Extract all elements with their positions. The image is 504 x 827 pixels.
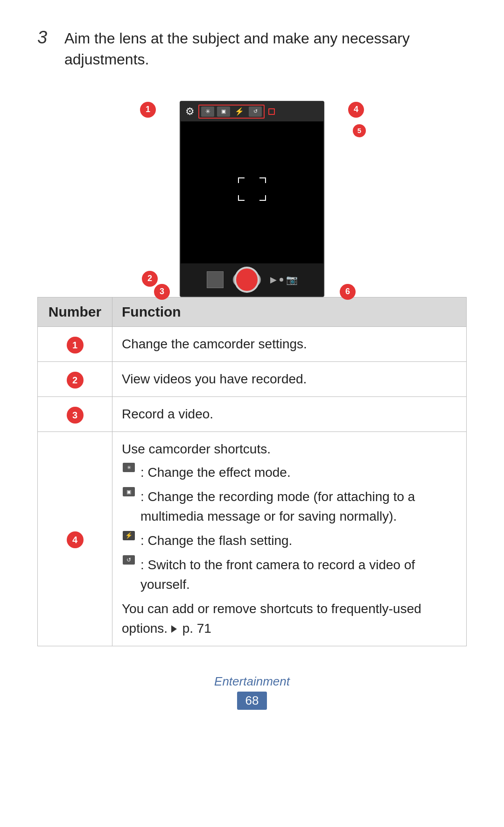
table-row: 1 Change the camcorder settings.: [38, 326, 467, 361]
front-camera-icon: ↺: [249, 106, 262, 117]
col-function: Function: [112, 297, 467, 326]
reticle-tl: [238, 177, 245, 183]
phone-top-bar: ⚙ ✳ ▣ ⚡ ↺: [181, 102, 323, 121]
row3-function: Record a video.: [112, 396, 467, 431]
focus-reticle: [238, 177, 266, 201]
recording-mode-icon: ▣: [217, 106, 230, 117]
page-ref-text: p. 71: [182, 621, 211, 636]
list-item: ▣ : Change the recording mode (for attac…: [122, 487, 457, 526]
shortcut-list: ✳ : Change the effect mode. ▣ : Change t…: [122, 463, 457, 594]
annotation-5: 5: [353, 124, 366, 137]
list-item: ✳ : Change the effect mode.: [122, 463, 457, 482]
arrow-icon: [171, 625, 177, 633]
row1-number: 1: [38, 326, 112, 361]
small-bracket: [268, 108, 275, 115]
video-mode-icon: ▶: [270, 275, 277, 285]
record-button: [234, 267, 259, 293]
annotation-6: 6: [340, 284, 356, 300]
flash-icon: ⚡: [233, 106, 246, 117]
page-reference: You can add or remove shortcuts to frequ…: [122, 599, 457, 638]
phone-bottom-bar: ▶ 📷: [181, 263, 323, 296]
divider-dot: [280, 278, 283, 282]
effect-mode-text: : Change the effect mode.: [140, 463, 291, 482]
bullet-front-camera-icon: ↺: [122, 555, 137, 565]
step-intro: 3 Aim the lens at the subject and make a…: [37, 28, 467, 70]
annotation-4: 4: [348, 102, 364, 118]
front-camera-text: : Switch to the front camera to record a…: [140, 555, 457, 594]
list-item: ⚡ : Change the flash setting.: [122, 531, 457, 551]
row2-number: 2: [38, 361, 112, 396]
reticle-br: [259, 195, 266, 201]
step-number: 3: [37, 28, 56, 48]
mode-toggle: [233, 273, 261, 287]
reticle-tr: [259, 177, 266, 183]
row4-number: 4: [38, 431, 112, 646]
table-row: 3 Record a video.: [38, 396, 467, 431]
footer-page: 68: [237, 692, 267, 710]
row1-function: Change the camcorder settings.: [112, 326, 467, 361]
flash-setting-text: : Change the flash setting.: [140, 531, 292, 551]
step-text: Aim the lens at the subject and make any…: [64, 28, 467, 70]
badge-2: 2: [67, 372, 84, 389]
table-row: 2 View videos you have recorded.: [38, 361, 467, 396]
list-item: ↺ : Switch to the front camera to record…: [122, 555, 457, 594]
reticle-bl: [238, 195, 245, 201]
bullet-flash-icon: ⚡: [122, 531, 137, 540]
footer-label: Entertainment: [37, 674, 467, 689]
camera-diagram: 1 4 5 2 3 6 ⚙ ✳: [135, 87, 369, 297]
shortcut-icons-bracket: ✳ ▣ ⚡ ↺: [198, 105, 265, 119]
badge-1: 1: [67, 337, 84, 353]
table-row: 4 Use camcorder shortcuts. ✳ : Change th…: [38, 431, 467, 646]
row4-function: Use camcorder shortcuts. ✳ : Change the …: [112, 431, 467, 646]
footer: Entertainment 68: [37, 674, 467, 710]
functions-table: Number Function 1 Change the camcorder s…: [37, 297, 467, 646]
shortcuts-outro: You can add or remove shortcuts to frequ…: [122, 601, 421, 636]
phone-screen: ⚙ ✳ ▣ ⚡ ↺: [180, 101, 324, 297]
camera-mode-icon: 📷: [286, 274, 298, 285]
annotation-3: 3: [154, 284, 170, 300]
table-header-row: Number Function: [38, 297, 467, 326]
annotation-2: 2: [142, 271, 158, 287]
col-number: Number: [38, 297, 112, 326]
row2-function: View videos you have recorded.: [112, 361, 467, 396]
badge-3: 3: [67, 407, 84, 424]
annotation-1: 1: [140, 102, 156, 118]
bullet-recording-icon: ▣: [122, 487, 137, 496]
thumbnail-preview: [207, 271, 224, 288]
record-inner: [240, 273, 253, 286]
mode-icons: ▶ 📷: [270, 274, 298, 285]
bullet-effect-icon: ✳: [122, 463, 137, 472]
recording-mode-text: : Change the recording mode (for attachi…: [140, 487, 457, 526]
function-intro: Use camcorder shortcuts.: [122, 442, 271, 456]
effect-icon: ✳: [201, 106, 214, 117]
badge-4: 4: [67, 531, 84, 548]
gear-icon: ⚙: [185, 106, 195, 118]
row3-number: 3: [38, 396, 112, 431]
